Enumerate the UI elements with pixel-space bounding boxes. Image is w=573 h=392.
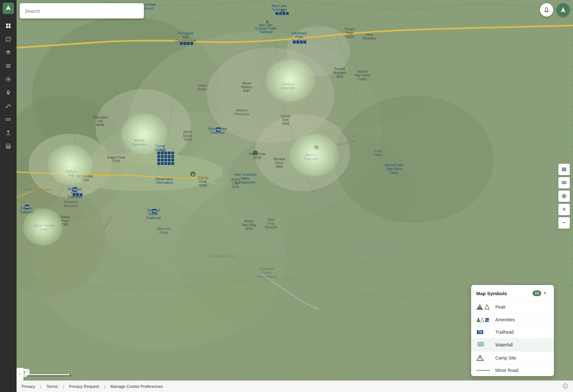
svg-rect-177 (296, 41, 299, 44)
svg-text:Mountain: Mountain (333, 71, 346, 75)
svg-text:Rest: Rest (282, 118, 289, 122)
svg-text:High Sierra: High Sierra (354, 74, 370, 77)
symbol-row-amenities: TH Amenities (471, 314, 554, 326)
profile-button[interactable] (556, 3, 570, 17)
sidebar-item-upload[interactable] (3, 127, 14, 139)
svg-text:Peak: Peak (199, 180, 207, 183)
svg-rect-144 (164, 152, 167, 154)
svg-text:TH: TH (216, 128, 220, 132)
svg-text:Ridge: Ridge (159, 231, 169, 234)
svg-text:Cascades: Cascades (132, 142, 147, 146)
peak-symbol-icon (476, 304, 492, 310)
my-location-button[interactable] (558, 190, 570, 202)
svg-text:Campground: Campground (235, 180, 255, 184)
svg-text:i: i (565, 384, 566, 388)
sidebar-item-print[interactable] (3, 140, 14, 152)
bottom-bar: Privacy | Terms | Privacy Request | Mana… (17, 381, 573, 392)
svg-text:North: North (184, 130, 192, 134)
svg-text:Meadow: Meadow (64, 204, 78, 208)
svg-text:Flat: Flat (183, 35, 188, 39)
notification-button[interactable] (540, 3, 553, 17)
svg-text:TH: TH (478, 331, 482, 334)
trailhead-symbol-label: Trailhead (495, 330, 514, 335)
symbol-row-minor-road: Minor Road (471, 365, 554, 376)
collapse-sidebar-button[interactable]: › (17, 368, 24, 381)
waterfall-symbol-label: Waterfall (495, 342, 513, 347)
svg-text:Illilouette: Illilouette (157, 227, 171, 231)
svg-point-199 (9, 146, 10, 147)
panel-close-button[interactable]: × (541, 289, 549, 297)
svg-point-192 (10, 105, 11, 107)
peak-symbol-label: Peak (495, 304, 506, 310)
zoom-in-button[interactable]: + (558, 204, 570, 215)
svg-text:Meadow: Meadow (265, 225, 278, 229)
svg-rect-202 (562, 169, 566, 170)
search-input[interactable] (20, 3, 144, 18)
svg-text:Moraine: Moraine (274, 157, 286, 161)
svg-text:Silver Strand: Silver Strand (34, 224, 54, 227)
svg-rect-172 (275, 12, 278, 15)
svg-text:TH: TH (25, 206, 29, 209)
svg-text:Dewey: Dewey (60, 215, 70, 219)
svg-rect-153 (161, 159, 164, 161)
sidebar-item-explore[interactable] (3, 20, 14, 32)
panel-header: Map Symbols 14 × (471, 285, 554, 301)
svg-rect-146 (171, 152, 174, 154)
svg-text:8497: 8497 (243, 89, 251, 93)
terms-link[interactable]: Terms (46, 384, 58, 389)
cookie-prefs-link[interactable]: Manage Cookie Preferences (110, 384, 163, 389)
svg-text:9078: 9078 (245, 227, 253, 231)
svg-rect-187 (6, 66, 11, 66)
sidebar-item-waypoint[interactable] (3, 87, 14, 98)
symbol-row-campsite: Camp Site (471, 352, 554, 365)
panel-badge: 14 (533, 290, 541, 296)
svg-rect-178 (300, 41, 303, 44)
svg-text:Clouds: Clouds (280, 114, 290, 118)
svg-text:Falls: Falls (40, 227, 48, 231)
sidebar-item-layers[interactable] (3, 47, 14, 58)
svg-point-171 (314, 145, 319, 150)
svg-text:(Reservation: (Reservation (156, 177, 174, 181)
svg-text:8005: 8005 (276, 165, 283, 168)
top-right-controls (540, 3, 570, 17)
sidebar-item-list[interactable] (3, 60, 14, 72)
list-view-button[interactable] (558, 164, 570, 175)
svg-text:Boundary: Boundary (93, 115, 108, 119)
svg-text:King: King (268, 221, 275, 225)
zoom-out-button[interactable]: − (558, 217, 570, 229)
threed-view-button[interactable]: 3D (558, 177, 570, 189)
privacy-request-link[interactable]: Privacy Request (69, 384, 99, 389)
svg-text:Watkins: Watkins (236, 108, 248, 112)
svg-text:7742: 7742 (112, 159, 120, 163)
svg-point-189 (7, 78, 9, 80)
svg-point-181 (159, 261, 478, 376)
sidebar-item-settings[interactable] (3, 74, 14, 85)
svg-rect-184 (6, 26, 8, 28)
privacy-link[interactable]: Privacy (22, 384, 35, 389)
sidebar-item-map[interactable] (3, 33, 14, 45)
svg-text:Camp: Camp (358, 77, 367, 81)
svg-text:Merced Lake: Merced Lake (385, 163, 403, 167)
search-bar (20, 3, 144, 18)
svg-rect-143 (161, 152, 164, 154)
svg-text:Porcupine: Porcupine (178, 31, 194, 35)
svg-text:May Lake: May Lake (259, 23, 273, 27)
app-logo[interactable] (3, 3, 14, 14)
svg-text:Tenaya: Tenaya (344, 27, 355, 31)
svg-text:TH: TH (73, 188, 77, 191)
svg-text:Valley: Valley (373, 153, 383, 157)
svg-text:May Lake: May Lake (272, 4, 287, 8)
svg-text:TH: TH (485, 319, 489, 322)
svg-text:Information): Information) (156, 181, 173, 184)
svg-text:Cascade: Cascade (281, 86, 295, 90)
svg-text:9934: 9934 (282, 122, 289, 125)
svg-rect-183 (9, 24, 11, 25)
svg-text:Curry: Curry (155, 144, 165, 148)
svg-rect-147 (157, 155, 160, 158)
svg-marker-211 (478, 304, 481, 307)
svg-text:Trailhead: Trailhead (19, 210, 33, 214)
sidebar-item-route[interactable] (3, 100, 14, 112)
sidebar-item-measure[interactable] (3, 114, 14, 125)
svg-text:7543: 7543 (184, 138, 192, 141)
svg-text:10266: 10266 (345, 35, 354, 39)
